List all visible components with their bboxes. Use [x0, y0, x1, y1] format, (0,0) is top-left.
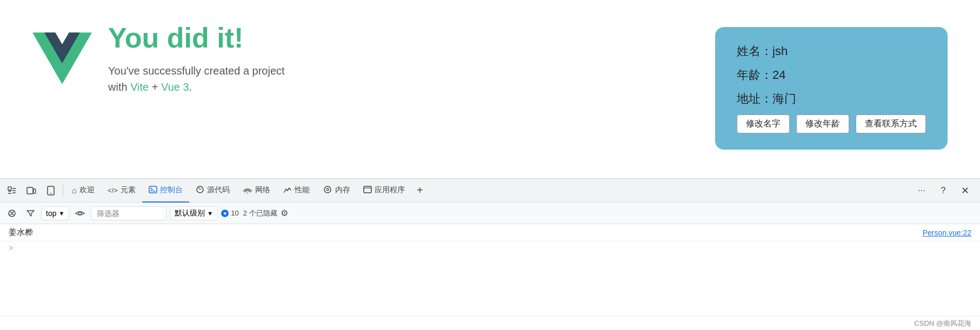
tab-welcome[interactable]: ⌂ 欢迎	[65, 179, 101, 203]
tab-memory-label: 内存	[335, 185, 350, 195]
tab-network[interactable]: 网络	[236, 179, 277, 203]
mobile-icon[interactable]	[42, 182, 59, 199]
svg-point-12	[79, 212, 82, 214]
tab-source-label: 源代码	[207, 185, 230, 195]
devtools-panel: ⌂ 欢迎 </> 元素 控制台 源代码 网络	[0, 178, 980, 330]
clear-console-button[interactable]	[4, 206, 19, 221]
tab-application-label: 应用程序	[375, 185, 405, 195]
console-arrow: >	[0, 241, 980, 254]
add-tab-button[interactable]: +	[411, 182, 429, 199]
tab-welcome-label: 欢迎	[79, 185, 95, 195]
info-card: 姓名：jsh 年龄：24 地址：海门 修改名字 修改年龄 查看联系方式	[715, 27, 948, 150]
tab-performance[interactable]: 性能	[277, 179, 316, 203]
svg-rect-0	[8, 187, 11, 190]
tab-divider-1	[63, 184, 63, 197]
error-count-badge: ● 10 2 个已隐藏	[221, 208, 277, 218]
svg-point-7	[247, 192, 248, 193]
level-dropdown-icon: ▼	[207, 210, 213, 217]
console-log-name: 姜水桦	[9, 227, 33, 238]
vue-text: Vue 3	[161, 81, 189, 93]
svg-point-9	[326, 188, 329, 191]
inspect-element-icon[interactable]	[3, 182, 21, 199]
age-value: 24	[772, 68, 785, 82]
hero-title: You did it!	[108, 22, 285, 54]
level-label: 默认级别	[175, 208, 205, 218]
name-label: 姓名：	[737, 44, 772, 58]
application-icon	[363, 186, 372, 195]
dropdown-arrow-icon: ▼	[58, 210, 64, 217]
svg-rect-2	[34, 189, 36, 193]
tab-more-actions: ··· ? ✕	[909, 182, 978, 199]
age-row: 年龄：24	[737, 67, 926, 83]
hidden-count: 2 个已隐藏	[243, 208, 277, 218]
vue-logo	[32, 29, 92, 88]
top-label: top	[46, 209, 56, 218]
device-toolbar-icon[interactable]	[23, 182, 40, 199]
filter-icon[interactable]	[23, 206, 38, 221]
expand-arrow-icon[interactable]: >	[9, 244, 13, 252]
svg-point-8	[324, 186, 331, 193]
tab-elements[interactable]: </> 元素	[101, 179, 142, 203]
change-age-button[interactable]: 修改年龄	[796, 115, 849, 133]
more-options-button[interactable]: ···	[913, 182, 930, 199]
log-level-selector[interactable]: 默认级别 ▼	[170, 206, 218, 220]
main-content: You did it! You've successfully created …	[0, 0, 980, 178]
plus-text: +	[149, 81, 161, 93]
age-label: 年龄：	[737, 68, 772, 82]
period-text: .	[189, 81, 192, 93]
tab-network-label: 网络	[255, 185, 270, 195]
tab-performance-label: 性能	[295, 185, 310, 195]
devtools-tabs-bar: ⌂ 欢迎 </> 元素 控制台 源代码 网络	[0, 179, 980, 203]
left-section: You did it! You've successfully created …	[32, 22, 285, 95]
elements-icon: </>	[108, 186, 118, 194]
tab-application[interactable]: 应用程序	[357, 179, 411, 203]
hero-text: You did it! You've successfully created …	[108, 22, 285, 95]
name-row: 姓名：jsh	[737, 43, 926, 59]
memory-icon	[323, 185, 332, 196]
subtitle-part2: with	[108, 81, 130, 93]
source-icon	[196, 185, 204, 196]
home-icon: ⌂	[72, 186, 77, 195]
console-footer: CSDN @南风花海	[0, 316, 980, 330]
close-devtools-button[interactable]: ✕	[956, 182, 974, 199]
help-button[interactable]: ?	[935, 182, 952, 199]
console-icon	[149, 186, 157, 195]
network-icon	[243, 186, 252, 195]
tab-source[interactable]: 源代码	[189, 179, 236, 203]
error-dot-icon: ●	[221, 210, 229, 217]
eye-button[interactable]	[72, 206, 88, 221]
context-selector[interactable]: top ▼	[41, 206, 69, 220]
tab-memory[interactable]: 内存	[316, 179, 357, 203]
svg-rect-10	[364, 186, 371, 193]
address-value: 海门	[772, 92, 796, 105]
btn-row: 修改名字 修改年龄 查看联系方式	[737, 115, 926, 133]
error-count: 10	[231, 209, 238, 217]
address-row: 地址：海门	[737, 91, 926, 107]
tab-console-label: 控制台	[160, 185, 183, 195]
svg-point-6	[197, 186, 203, 193]
subtitle-part1: You've successfully created a project	[108, 65, 285, 77]
footer-text: CSDN @南风花海	[914, 319, 971, 328]
console-toolbar: top ▼ 默认级别 ▼ ● 10 2 个已隐藏 ⚙	[0, 203, 980, 224]
console-output: 姜水桦 Person.vue:22 > CSDN @南风花海	[0, 224, 980, 330]
tab-console[interactable]: 控制台	[142, 179, 189, 203]
hero-subtitle: You've successfully created a project wi…	[108, 63, 285, 95]
address-label: 地址：	[737, 92, 772, 105]
view-contact-button[interactable]: 查看联系方式	[856, 115, 926, 133]
console-settings-icon[interactable]: ⚙	[281, 208, 288, 218]
svg-rect-1	[27, 187, 33, 194]
svg-point-4	[50, 193, 51, 194]
tab-elements-label: 元素	[121, 185, 136, 195]
change-name-button[interactable]: 修改名字	[737, 115, 790, 133]
console-file-link[interactable]: Person.vue:22	[923, 228, 971, 237]
filter-input[interactable]	[91, 206, 166, 220]
vite-text: Vite	[130, 81, 149, 93]
name-value: jsh	[772, 44, 788, 58]
console-log-row: 姜水桦 Person.vue:22	[0, 224, 980, 241]
performance-icon	[283, 186, 292, 195]
